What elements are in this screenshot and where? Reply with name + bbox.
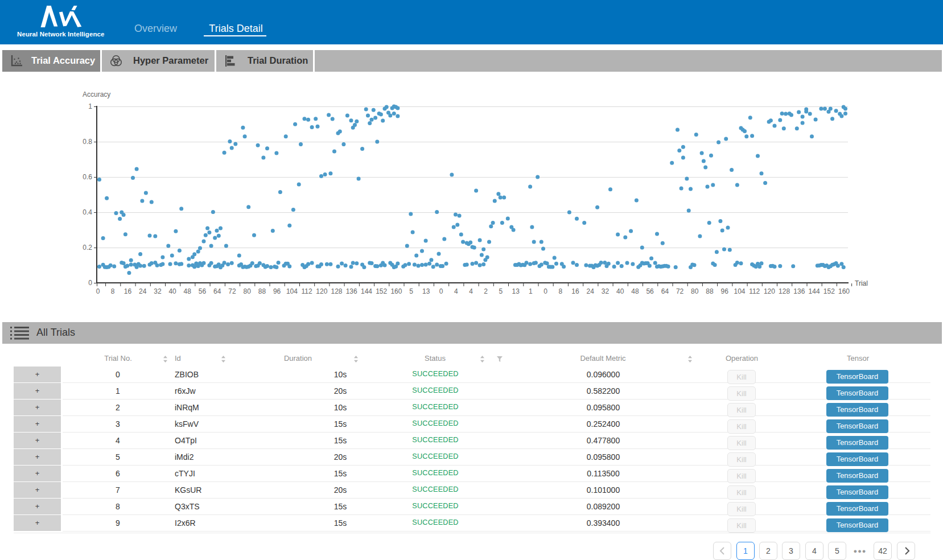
svg-text:0.2: 0.2 bbox=[83, 244, 92, 252]
svg-text:88: 88 bbox=[258, 287, 266, 295]
svg-text:64: 64 bbox=[661, 287, 669, 295]
svg-text:40: 40 bbox=[168, 287, 176, 295]
svg-text:Accuracy: Accuracy bbox=[83, 90, 110, 98]
svg-text:16: 16 bbox=[124, 287, 132, 295]
svg-text:0.4: 0.4 bbox=[83, 208, 92, 216]
svg-text:0.6: 0.6 bbox=[83, 173, 92, 181]
svg-text:104: 104 bbox=[286, 287, 298, 295]
svg-text:40: 40 bbox=[616, 287, 624, 295]
svg-text:112: 112 bbox=[749, 287, 760, 295]
svg-text:160: 160 bbox=[838, 287, 850, 295]
svg-text:72: 72 bbox=[676, 287, 684, 295]
svg-text:128: 128 bbox=[331, 287, 342, 295]
svg-text:96: 96 bbox=[721, 287, 729, 295]
svg-text:8: 8 bbox=[111, 287, 115, 295]
svg-text:1: 1 bbox=[88, 102, 92, 110]
svg-text:13: 13 bbox=[422, 287, 430, 295]
svg-text:56: 56 bbox=[646, 287, 654, 295]
svg-text:144: 144 bbox=[809, 287, 820, 295]
svg-text:0.8: 0.8 bbox=[83, 138, 92, 146]
svg-text:5: 5 bbox=[499, 287, 503, 295]
svg-text:13: 13 bbox=[512, 287, 520, 295]
svg-text:0: 0 bbox=[439, 287, 443, 295]
svg-text:112: 112 bbox=[302, 287, 312, 295]
svg-text:0: 0 bbox=[543, 287, 547, 295]
svg-text:64: 64 bbox=[213, 287, 221, 295]
svg-text:2: 2 bbox=[484, 287, 488, 295]
svg-text:120: 120 bbox=[316, 287, 327, 295]
svg-text:32: 32 bbox=[154, 287, 162, 295]
svg-text:Trial: Trial bbox=[855, 279, 868, 287]
svg-text:136: 136 bbox=[346, 287, 357, 295]
svg-text:80: 80 bbox=[691, 287, 699, 295]
svg-text:128: 128 bbox=[779, 287, 790, 295]
svg-text:16: 16 bbox=[571, 287, 579, 295]
svg-text:136: 136 bbox=[793, 287, 805, 295]
svg-text:48: 48 bbox=[184, 287, 192, 295]
svg-text:152: 152 bbox=[376, 287, 387, 295]
svg-text:56: 56 bbox=[199, 287, 207, 295]
svg-text:96: 96 bbox=[273, 287, 281, 295]
svg-text:160: 160 bbox=[390, 287, 402, 295]
svg-text:120: 120 bbox=[764, 287, 775, 295]
svg-text:88: 88 bbox=[706, 287, 714, 295]
svg-text:8: 8 bbox=[558, 287, 562, 295]
svg-text:0: 0 bbox=[88, 279, 92, 287]
svg-text:72: 72 bbox=[228, 287, 236, 295]
svg-text:5: 5 bbox=[409, 287, 413, 295]
svg-text:32: 32 bbox=[602, 287, 610, 295]
svg-text:80: 80 bbox=[244, 287, 252, 295]
svg-text:24: 24 bbox=[139, 287, 147, 295]
svg-text:4: 4 bbox=[469, 287, 473, 295]
svg-text:48: 48 bbox=[631, 287, 639, 295]
svg-text:152: 152 bbox=[823, 287, 835, 295]
svg-text:104: 104 bbox=[734, 287, 745, 295]
svg-text:0: 0 bbox=[96, 287, 100, 295]
svg-text:24: 24 bbox=[587, 287, 595, 295]
svg-text:1: 1 bbox=[529, 287, 533, 295]
svg-text:4: 4 bbox=[454, 287, 458, 295]
svg-text:144: 144 bbox=[361, 287, 372, 295]
